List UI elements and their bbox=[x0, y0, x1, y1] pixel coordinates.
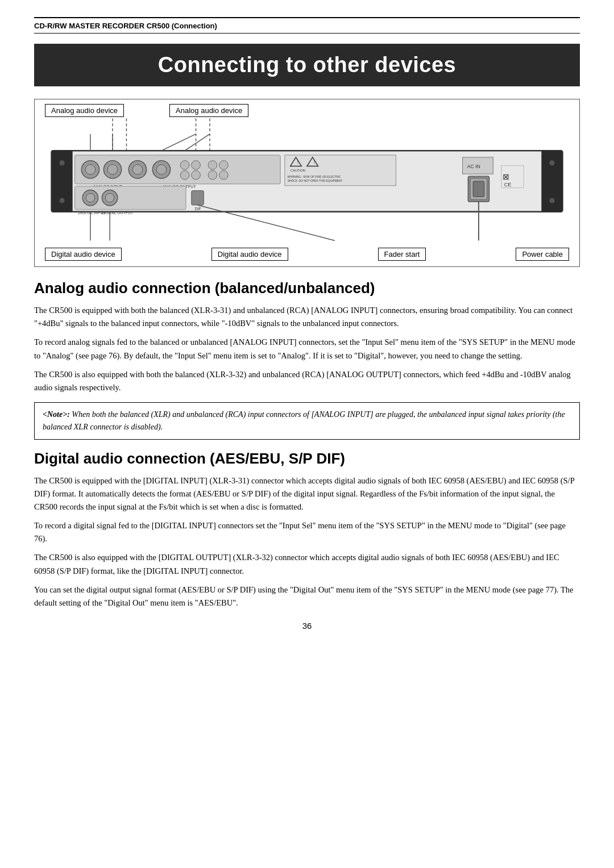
bottom-label-3: Fader start bbox=[378, 248, 426, 261]
svg-text:DIGITAL OUTPUT: DIGITAL OUTPUT bbox=[101, 211, 134, 215]
svg-text:DIF: DIF bbox=[195, 207, 201, 211]
section1-para1: The CR500 is equipped with both the bala… bbox=[34, 304, 580, 330]
svg-point-8 bbox=[59, 198, 65, 203]
note-label: <Note>: bbox=[43, 410, 70, 419]
svg-point-7 bbox=[59, 160, 65, 166]
svg-text:CE: CE bbox=[504, 182, 511, 187]
section2-para3: The CR500 is also equipped with the [DIG… bbox=[34, 551, 580, 577]
svg-point-32 bbox=[86, 193, 95, 202]
page-title: Connecting to other devices bbox=[45, 53, 569, 77]
svg-text:WARNING - RISK OF FIRE OR ELEC: WARNING - RISK OF FIRE OR ELECTRIC bbox=[288, 176, 341, 178]
section1-para3: The CR500 is also equipped with both the… bbox=[34, 368, 580, 394]
header-text: CD-R/RW MASTER RECORDER CR500 (Connectio… bbox=[34, 22, 217, 30]
page-title-box: Connecting to other devices bbox=[34, 44, 580, 86]
device-diagram: ANALOG INPUT ANALOG OUTPUT DIGITAL INPUT… bbox=[35, 117, 579, 244]
section1-para2: To record analog signals fed to the bala… bbox=[34, 336, 580, 362]
svg-point-21 bbox=[192, 161, 201, 170]
section2: Digital audio connection (AES/EBU, S/P D… bbox=[34, 450, 580, 610]
bottom-label-1: Digital audio device bbox=[45, 248, 122, 261]
note-text: When both the balanced (XLR) and unbalan… bbox=[43, 410, 565, 431]
page-number: 36 bbox=[34, 621, 580, 631]
svg-line-62 bbox=[185, 134, 210, 151]
svg-point-34 bbox=[105, 193, 114, 202]
svg-rect-37 bbox=[192, 191, 204, 205]
svg-point-20 bbox=[180, 161, 189, 170]
header-bar: CD-R/RW MASTER RECORDER CR500 (Connectio… bbox=[34, 17, 580, 34]
svg-point-15 bbox=[107, 165, 118, 175]
top-label-1: Analog audio device bbox=[45, 104, 124, 117]
svg-rect-51 bbox=[473, 181, 484, 197]
svg-point-22 bbox=[180, 170, 189, 180]
bottom-label-4: Power cable bbox=[516, 248, 569, 261]
svg-point-19 bbox=[156, 165, 167, 175]
svg-text:⊠: ⊠ bbox=[503, 173, 509, 181]
section2-para4: You can set the digital output signal fo… bbox=[34, 583, 580, 610]
svg-point-13 bbox=[85, 165, 96, 175]
section2-para2: To record a digital signal fed to the [D… bbox=[34, 519, 580, 545]
svg-text:SHOCK. DO NOT OPEN THIS EQUIPM: SHOCK. DO NOT OPEN THIS EQUIPMENT bbox=[288, 180, 343, 182]
svg-point-25 bbox=[219, 161, 229, 170]
note-box: <Note>: When both the balanced (XLR) and… bbox=[34, 402, 580, 439]
svg-point-27 bbox=[219, 170, 229, 180]
svg-point-26 bbox=[208, 170, 217, 180]
top-label-2: Analog audio device bbox=[169, 104, 248, 117]
svg-line-61 bbox=[161, 134, 196, 151]
svg-text:!: ! bbox=[314, 160, 316, 165]
diagram-container: Analog audio device Analog audio device bbox=[34, 99, 580, 267]
section2-para1: The CR500 is equipped with the [DIGITAL … bbox=[34, 474, 580, 514]
diagram-labels-top: Analog audio device Analog audio device bbox=[35, 99, 579, 117]
page: CD-R/RW MASTER RECORDER CR500 (Connectio… bbox=[0, 0, 614, 868]
section1: Analog audio connection (balanced/unbala… bbox=[34, 279, 580, 440]
svg-text:CAUTION: CAUTION bbox=[291, 169, 305, 172]
diagram-labels-bottom: Digital audio device Digital audio devic… bbox=[35, 244, 579, 266]
svg-point-9 bbox=[549, 160, 555, 166]
bottom-label-2: Digital audio device bbox=[211, 248, 288, 261]
svg-point-24 bbox=[208, 161, 217, 170]
svg-point-17 bbox=[132, 165, 143, 175]
section2-title: Digital audio connection (AES/EBU, S/P D… bbox=[34, 450, 580, 468]
svg-text:AC IN: AC IN bbox=[467, 164, 480, 169]
svg-text:!: ! bbox=[297, 160, 298, 165]
svg-point-23 bbox=[192, 170, 201, 180]
section1-title: Analog audio connection (balanced/unbala… bbox=[34, 279, 580, 297]
svg-point-10 bbox=[549, 198, 555, 203]
